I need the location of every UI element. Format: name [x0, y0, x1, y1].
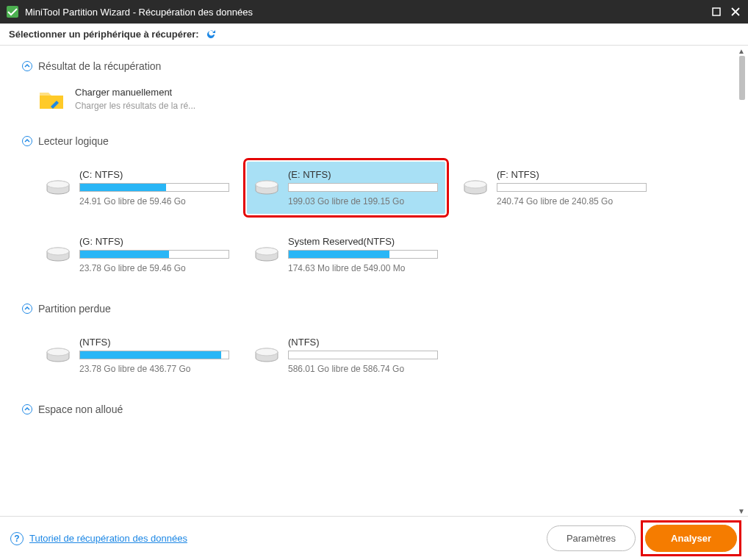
- subheader-label: Sélectionner un périphérique à récupérer…: [9, 29, 199, 40]
- drive-name: (NTFS): [288, 337, 438, 348]
- titlebar: MiniTool Partition Wizard - Récupération…: [0, 0, 748, 24]
- drive-item[interactable]: (E: NTFS)199.03 Go libre de 199.15 Go: [247, 162, 445, 214]
- disk-icon: [46, 347, 71, 365]
- drive-name: System Reserved(NTFS): [288, 236, 438, 247]
- drive-free-text: 586.01 Go libre de 586.74 Go: [288, 364, 438, 374]
- usage-bar: [497, 183, 647, 192]
- usage-bar: [288, 183, 438, 192]
- scroll-up-icon[interactable]: ▲: [738, 47, 745, 54]
- usage-bar: [288, 351, 438, 359]
- section-recovery-result: Résultat de la récupération Charger manu…: [22, 60, 726, 113]
- drive-name: (F: NTFS): [497, 169, 647, 180]
- disk-icon: [254, 179, 279, 197]
- section-unallocated: Espace non alloué: [22, 403, 726, 415]
- drive-item[interactable]: (C: NTFS)24.91 Go libre de 59.46 Go: [38, 162, 237, 214]
- svg-point-13: [47, 348, 69, 356]
- drive-name: (G: NTFS): [79, 236, 229, 247]
- usage-bar: [79, 183, 229, 192]
- drive-free-text: 24.91 Go libre de 59.46 Go: [79, 196, 229, 207]
- help-link[interactable]: ? Tutoriel de récupération des données: [10, 532, 187, 545]
- section-title: Partition perdue: [38, 303, 111, 315]
- collapse-icon[interactable]: [22, 304, 32, 314]
- drive-free-text: 199.03 Go libre de 199.15 Go: [288, 196, 438, 207]
- drive-name: (NTFS): [79, 337, 229, 348]
- svg-point-11: [256, 248, 278, 255]
- drive-item[interactable]: (NTFS)23.78 Go libre de 436.77 Go: [38, 329, 237, 381]
- scan-button[interactable]: Analyser: [645, 525, 737, 552]
- load-manually[interactable]: Charger manuellement Charger les résulta…: [38, 87, 726, 113]
- drive-name: (C: NTFS): [79, 169, 229, 180]
- svg-point-3: [47, 181, 69, 188]
- collapse-icon[interactable]: [22, 61, 32, 71]
- collapse-icon[interactable]: [22, 404, 32, 414]
- svg-point-7: [464, 181, 486, 188]
- usage-bar: [79, 250, 229, 259]
- svg-rect-1: [713, 8, 720, 15]
- drive-free-text: 240.74 Go libre de 240.85 Go: [497, 196, 647, 207]
- svg-point-5: [256, 181, 278, 188]
- section-title: Résultat de la récupération: [38, 60, 161, 72]
- scrollbar[interactable]: ▲ ▼: [738, 49, 745, 513]
- usage-bar: [79, 351, 229, 359]
- section-logical-drive: Lecteur logique (C: NTFS)24.91 Go libre …: [22, 135, 726, 281]
- disk-icon: [463, 179, 488, 197]
- drive-item[interactable]: (NTFS)586.01 Go libre de 586.74 Go: [247, 329, 445, 381]
- manual-title: Charger manuellement: [75, 87, 195, 98]
- close-icon[interactable]: [729, 5, 742, 18]
- help-icon: ?: [10, 532, 24, 545]
- refresh-icon[interactable]: [205, 29, 217, 40]
- section-title: Lecteur logique: [38, 135, 109, 147]
- help-link-text[interactable]: Tutoriel de récupération des données: [29, 533, 187, 544]
- app-logo-icon: [6, 5, 19, 18]
- drive-item[interactable]: (F: NTFS)240.74 Go libre de 240.85 Go: [456, 162, 654, 214]
- drive-name: (E: NTFS): [288, 169, 438, 180]
- section-lost-partition: Partition perdue (NTFS)23.78 Go libre de…: [22, 303, 726, 381]
- collapse-icon[interactable]: [22, 136, 32, 146]
- manual-subtitle: Charger les résultats de la ré...: [75, 101, 195, 111]
- maximize-icon[interactable]: [710, 5, 723, 18]
- disk-icon: [254, 246, 279, 264]
- scrollbar-thumb[interactable]: [739, 56, 745, 100]
- main-content: Résultat de la récupération Charger manu…: [0, 46, 748, 516]
- drive-free-text: 174.63 Mo libre de 549.00 Mo: [288, 263, 438, 273]
- disk-icon: [254, 347, 279, 365]
- drive-free-text: 23.78 Go libre de 59.46 Go: [79, 263, 229, 273]
- subheader: Sélectionner un périphérique à récupérer…: [0, 24, 748, 46]
- settings-button[interactable]: Paramètres: [547, 525, 636, 551]
- disk-icon: [46, 246, 71, 264]
- scroll-down-icon[interactable]: ▼: [738, 507, 745, 514]
- disk-icon: [46, 179, 71, 197]
- folder-icon: [38, 87, 65, 113]
- drive-free-text: 23.78 Go libre de 436.77 Go: [79, 364, 229, 374]
- usage-bar: [288, 250, 438, 259]
- drive-item[interactable]: System Reserved(NTFS)174.63 Mo libre de …: [247, 229, 445, 281]
- section-title: Espace non alloué: [38, 403, 123, 415]
- footer: ? Tutoriel de récupération des données P…: [0, 516, 748, 560]
- drive-item[interactable]: (G: NTFS)23.78 Go libre de 59.46 Go: [38, 229, 237, 281]
- window-title: MiniTool Partition Wizard - Récupération…: [25, 7, 710, 18]
- svg-point-15: [256, 348, 278, 356]
- svg-point-9: [47, 248, 69, 255]
